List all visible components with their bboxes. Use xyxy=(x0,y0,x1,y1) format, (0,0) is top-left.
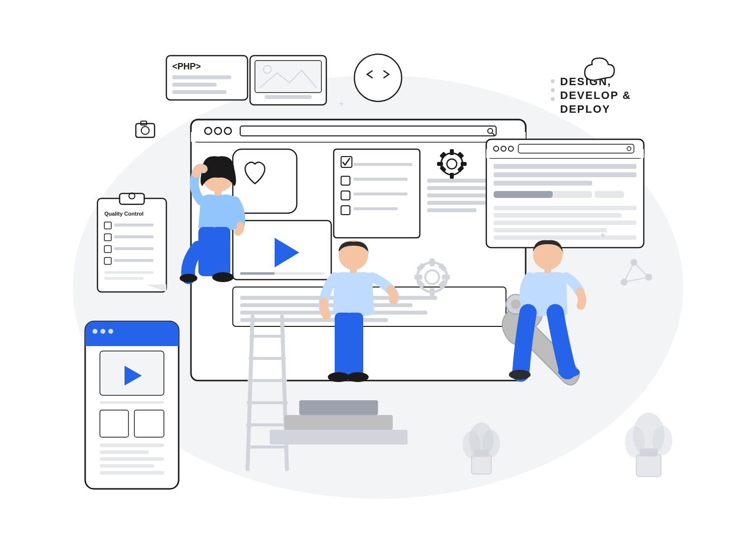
svg-text:·: · xyxy=(129,162,131,170)
svg-rect-111 xyxy=(114,259,154,262)
svg-point-149 xyxy=(625,426,645,458)
svg-rect-71 xyxy=(494,235,636,240)
mobile-device xyxy=(85,321,179,489)
svg-rect-85 xyxy=(255,61,321,93)
svg-point-158 xyxy=(180,274,197,283)
svg-point-76 xyxy=(551,79,555,83)
svg-rect-162 xyxy=(346,313,363,377)
svg-rect-37 xyxy=(427,208,476,212)
svg-rect-65 xyxy=(494,191,553,198)
svg-rect-127 xyxy=(100,457,164,461)
svg-rect-83 xyxy=(172,90,226,94)
svg-point-89 xyxy=(141,127,149,134)
svg-rect-25 xyxy=(450,149,454,155)
svg-point-145 xyxy=(482,430,500,457)
svg-rect-63 xyxy=(494,181,592,186)
svg-point-119 xyxy=(108,329,113,334)
svg-rect-22 xyxy=(353,163,412,166)
svg-point-164 xyxy=(347,372,369,382)
svg-text:✦: ✦ xyxy=(599,231,606,239)
svg-rect-67 xyxy=(494,206,636,210)
svg-rect-35 xyxy=(427,193,491,197)
svg-rect-17 xyxy=(353,178,408,181)
camera-icon-group xyxy=(136,121,155,137)
image-frame xyxy=(250,56,326,105)
svg-point-168 xyxy=(558,367,580,377)
svg-point-118 xyxy=(100,329,105,334)
svg-rect-13 xyxy=(240,272,275,275)
small-browser xyxy=(486,139,644,248)
svg-rect-66 xyxy=(595,191,624,198)
illustration-scene: DESIGN, DEVELOP & DEPLOY <PHP> xyxy=(0,0,756,544)
svg-rect-48 xyxy=(442,275,450,280)
svg-rect-129 xyxy=(100,471,164,475)
svg-point-72 xyxy=(354,54,402,101)
svg-rect-21 xyxy=(353,207,398,210)
svg-rect-27 xyxy=(437,162,443,166)
svg-rect-156 xyxy=(212,227,230,276)
svg-rect-112 xyxy=(104,271,154,274)
svg-rect-125 xyxy=(100,444,164,447)
svg-rect-107 xyxy=(114,235,154,238)
php-frame: <PHP> xyxy=(166,56,248,100)
svg-rect-69 xyxy=(494,221,636,225)
svg-rect-109 xyxy=(114,247,154,250)
svg-point-157 xyxy=(212,272,234,282)
svg-rect-2 xyxy=(191,132,526,142)
svg-rect-28 xyxy=(461,162,467,166)
svg-point-77 xyxy=(551,88,555,92)
svg-rect-45 xyxy=(430,258,435,266)
svg-text:Quality Control: Quality Control xyxy=(104,211,143,217)
svg-point-117 xyxy=(93,329,97,334)
svg-point-167 xyxy=(509,370,531,380)
svg-text:+: + xyxy=(339,98,345,109)
svg-rect-128 xyxy=(100,464,154,468)
svg-point-152 xyxy=(511,299,521,309)
code-bubble xyxy=(354,54,402,101)
svg-rect-114 xyxy=(85,321,179,489)
svg-rect-122 xyxy=(100,401,164,404)
title-group: DESIGN, DEVELOP & DEPLOY xyxy=(551,75,631,115)
svg-rect-68 xyxy=(494,213,622,218)
svg-point-163 xyxy=(328,372,349,382)
main-svg: DESIGN, DEVELOP & DEPLOY <PHP> xyxy=(58,26,698,518)
svg-rect-46 xyxy=(430,288,435,296)
svg-rect-139 xyxy=(284,415,393,430)
svg-rect-126 xyxy=(100,450,149,454)
svg-rect-42 xyxy=(240,318,388,322)
clipboard: Quality Control xyxy=(97,193,166,292)
svg-rect-88 xyxy=(136,124,155,137)
svg-point-78 xyxy=(551,97,555,101)
svg-text:<PHP>: <PHP> xyxy=(172,62,201,71)
svg-text:DEPLOY: DEPLOY xyxy=(560,103,610,115)
svg-rect-113 xyxy=(104,277,144,280)
svg-rect-82 xyxy=(172,83,217,87)
svg-rect-105 xyxy=(114,224,154,226)
svg-rect-61 xyxy=(494,164,636,169)
svg-text:DEVELOP &: DEVELOP & xyxy=(560,89,631,101)
svg-rect-116 xyxy=(85,336,179,346)
svg-rect-19 xyxy=(353,192,408,195)
svg-point-144 xyxy=(463,431,480,458)
svg-point-150 xyxy=(653,426,672,455)
svg-rect-62 xyxy=(494,172,636,177)
svg-rect-47 xyxy=(414,275,422,280)
svg-rect-140 xyxy=(299,400,378,415)
svg-rect-70 xyxy=(494,228,607,232)
svg-rect-26 xyxy=(450,173,454,179)
svg-rect-87 xyxy=(265,95,312,99)
svg-rect-146 xyxy=(636,454,661,477)
svg-rect-81 xyxy=(172,75,231,79)
svg-rect-9 xyxy=(233,149,297,213)
svg-rect-138 xyxy=(270,430,408,445)
plant-right xyxy=(625,413,672,477)
cloud-icon xyxy=(585,58,614,80)
